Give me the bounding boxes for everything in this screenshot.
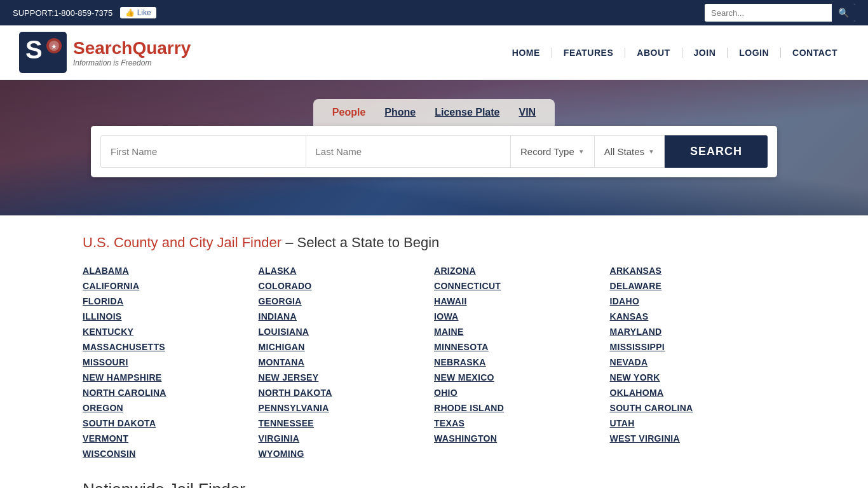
- state-link[interactable]: NEBRASKA: [434, 355, 610, 369]
- nav-join[interactable]: JOIN: [682, 48, 728, 58]
- search-icon: 🔍: [838, 8, 849, 18]
- state-link[interactable]: SOUTH CAROLINA: [610, 401, 786, 415]
- state-link[interactable]: CALIFORNIA: [83, 279, 259, 293]
- nav-about[interactable]: ABOUT: [625, 48, 682, 58]
- state-link[interactable]: NEW JERSEY: [259, 370, 435, 384]
- logo-title-part1: Search: [73, 38, 132, 58]
- record-type-label: Record Type: [520, 146, 574, 157]
- first-name-input[interactable]: [100, 135, 306, 168]
- section-title-normal: – Select a State to Begin: [285, 234, 439, 250]
- section-title: U.S. County and City Jail Finder – Selec…: [83, 234, 785, 251]
- tab-people[interactable]: People: [332, 107, 365, 118]
- logo-text-area: SearchQuarry Information is Freedom: [73, 38, 191, 67]
- state-link[interactable]: OHIO: [434, 386, 610, 400]
- record-type-dropdown[interactable]: Record Type ▼: [511, 135, 595, 168]
- states-col-4: ARKANSASDELAWAREIDAHOKANSASMARYLANDMISSI…: [610, 264, 786, 461]
- state-link[interactable]: MISSOURI: [83, 355, 259, 369]
- state-link[interactable]: COLORADO: [259, 279, 435, 293]
- logo-subtitle: Information is Freedom: [73, 58, 191, 67]
- state-link[interactable]: ARIZONA: [434, 264, 610, 278]
- state-link[interactable]: MISSISSIPPI: [610, 340, 786, 354]
- state-link[interactable]: NORTH CAROLINA: [83, 386, 259, 400]
- svg-text:★: ★: [51, 43, 57, 50]
- hero-banner: People Phone License Plate VIN Record Ty…: [0, 80, 868, 215]
- state-link[interactable]: NEW YORK: [610, 370, 786, 384]
- last-name-input[interactable]: [306, 135, 512, 168]
- state-link[interactable]: PENNSYLVANIA: [259, 401, 435, 415]
- state-link[interactable]: WASHINGTON: [434, 431, 610, 445]
- logo-title-part2: Quarry: [132, 38, 191, 58]
- nationwide-title: Nationwide Jail Finder: [83, 480, 785, 488]
- all-states-dropdown[interactable]: All States ▼: [595, 135, 665, 168]
- state-link[interactable]: UTAH: [610, 416, 786, 430]
- state-link[interactable]: MASSACHUSETTS: [83, 340, 259, 354]
- top-bar: SUPPORT:1-800-859-7375 👍 Like 🔍: [0, 0, 868, 25]
- section-title-highlight: U.S. County and City Jail Finder: [83, 234, 281, 250]
- nav-home[interactable]: HOME: [501, 48, 552, 58]
- logo-area: S ★ SearchQuarry Information is Freedom: [19, 32, 191, 73]
- state-link[interactable]: LOUISIANA: [259, 325, 435, 339]
- state-link[interactable]: KENTUCKY: [83, 325, 259, 339]
- svg-text:S: S: [25, 36, 43, 64]
- states-col-3: ARIZONACONNECTICUTHAWAIIIOWAMAINEMINNESO…: [434, 264, 610, 461]
- tab-license-plate[interactable]: License Plate: [435, 107, 499, 118]
- main-content: U.S. County and City Jail Finder – Selec…: [0, 215, 868, 488]
- top-search-input[interactable]: [705, 5, 832, 21]
- tab-phone[interactable]: Phone: [384, 107, 416, 118]
- state-link[interactable]: CONNECTICUT: [434, 279, 610, 293]
- state-link[interactable]: NEVADA: [610, 355, 786, 369]
- state-link[interactable]: IDAHO: [610, 294, 786, 308]
- state-link[interactable]: FLORIDA: [83, 294, 259, 308]
- top-search-button[interactable]: 🔍: [832, 4, 855, 22]
- states-col-1: ALABAMACALIFORNIAFLORIDAILLINOISKENTUCKY…: [83, 264, 259, 461]
- state-link[interactable]: HAWAII: [434, 294, 610, 308]
- state-link[interactable]: INDIANA: [259, 309, 435, 323]
- record-type-arrow-icon: ▼: [578, 148, 585, 155]
- state-link[interactable]: MAINE: [434, 325, 610, 339]
- search-tabs: People Phone License Plate VIN: [313, 99, 555, 126]
- nav-features[interactable]: FEATURES: [552, 48, 625, 58]
- state-link[interactable]: WYOMING: [259, 447, 435, 461]
- tab-vin[interactable]: VIN: [519, 107, 536, 118]
- state-link[interactable]: WISCONSIN: [83, 447, 259, 461]
- state-link[interactable]: ALASKA: [259, 264, 435, 278]
- state-link[interactable]: NORTH DAKOTA: [259, 386, 435, 400]
- state-link[interactable]: OKLAHOMA: [610, 386, 786, 400]
- state-link[interactable]: IOWA: [434, 309, 610, 323]
- state-link[interactable]: MARYLAND: [610, 325, 786, 339]
- state-link[interactable]: MICHIGAN: [259, 340, 435, 354]
- search-button[interactable]: SEARCH: [665, 135, 768, 168]
- main-nav: HOME FEATURES ABOUT JOIN LOGIN CONTACT: [501, 48, 849, 58]
- header: S ★ SearchQuarry Information is Freedom …: [0, 25, 868, 80]
- states-col-2: ALASKACOLORADOGEORGIAINDIANALOUISIANAMIC…: [259, 264, 435, 461]
- state-link[interactable]: TENNESSEE: [259, 416, 435, 430]
- state-link[interactable]: OREGON: [83, 401, 259, 415]
- state-link[interactable]: VIRGINIA: [259, 431, 435, 445]
- search-container: People Phone License Plate VIN Record Ty…: [13, 99, 855, 177]
- top-search-bar: 🔍: [705, 4, 855, 22]
- state-link[interactable]: WEST VIRGINIA: [610, 431, 786, 445]
- state-link[interactable]: SOUTH DAKOTA: [83, 416, 259, 430]
- search-form: Record Type ▼ All States ▼ SEARCH: [91, 126, 777, 177]
- logo-title: SearchQuarry: [73, 38, 191, 58]
- state-link[interactable]: TEXAS: [434, 416, 610, 430]
- state-link[interactable]: RHODE ISLAND: [434, 401, 610, 415]
- nav-login[interactable]: LOGIN: [728, 48, 781, 58]
- state-link[interactable]: GEORGIA: [259, 294, 435, 308]
- state-link[interactable]: NEW MEXICO: [434, 370, 610, 384]
- logo-icon: S ★: [19, 32, 67, 73]
- state-link[interactable]: NEW HAMPSHIRE: [83, 370, 259, 384]
- state-link[interactable]: MINNESOTA: [434, 340, 610, 354]
- state-link[interactable]: ALABAMA: [83, 264, 259, 278]
- fb-like-label: 👍 Like: [125, 8, 151, 17]
- top-bar-left: SUPPORT:1-800-859-7375 👍 Like: [13, 7, 156, 18]
- all-states-arrow-icon: ▼: [648, 148, 654, 155]
- nav-contact[interactable]: CONTACT: [781, 48, 849, 58]
- state-link[interactable]: DELAWARE: [610, 279, 786, 293]
- state-link[interactable]: VERMONT: [83, 431, 259, 445]
- state-link[interactable]: ILLINOIS: [83, 309, 259, 323]
- state-link[interactable]: KANSAS: [610, 309, 786, 323]
- fb-like-button[interactable]: 👍 Like: [120, 7, 156, 18]
- state-link[interactable]: MONTANA: [259, 355, 435, 369]
- state-link[interactable]: ARKANSAS: [610, 264, 786, 278]
